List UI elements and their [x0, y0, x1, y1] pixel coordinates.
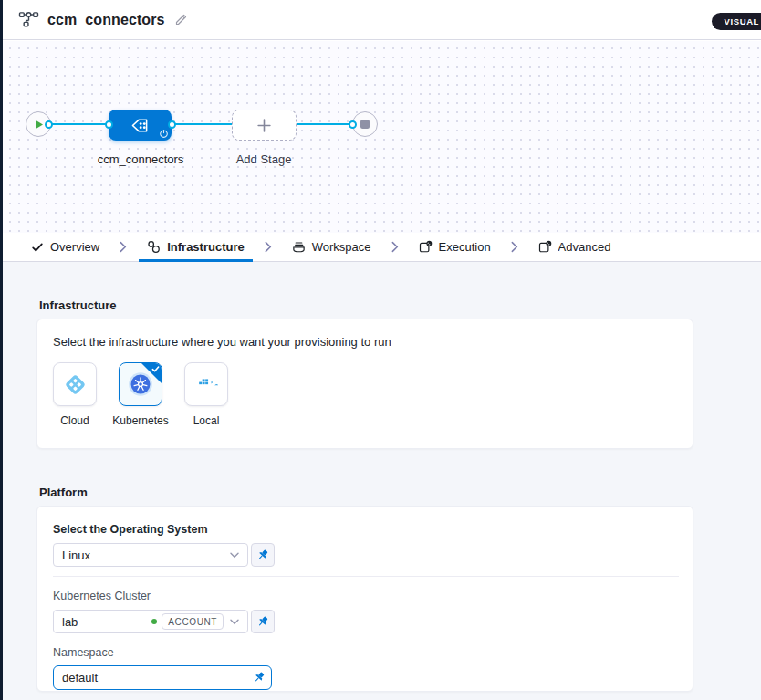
- tab-label: Workspace: [312, 240, 371, 254]
- advanced-icon: [538, 240, 552, 254]
- docker-icon: [194, 372, 219, 397]
- tab-workspace[interactable]: Workspace: [284, 233, 380, 261]
- stage-node-ccm-connectors[interactable]: [109, 110, 172, 141]
- infra-option-kubernetes: Kubernetes: [119, 362, 162, 427]
- tab-label: Infrastructure: [167, 240, 245, 254]
- pipeline-edge: [47, 123, 109, 125]
- connectivity-status-dot: [151, 619, 157, 624]
- infra-option-local: Local: [184, 362, 228, 427]
- tile-label: Local: [193, 414, 220, 427]
- chevron-right-icon: [391, 241, 399, 253]
- infrastructure-card: Select the infrastructure where you want…: [36, 319, 693, 449]
- os-field-row: Linux: [53, 543, 677, 567]
- chevron-right-icon: [511, 241, 518, 253]
- namespace-field-label: Namespace: [53, 646, 677, 659]
- os-select-value: Linux: [62, 549, 224, 562]
- os-field-label: Select the Operating System: [53, 523, 677, 536]
- divider: [53, 576, 679, 577]
- tile-label: Cloud: [60, 414, 89, 427]
- os-select[interactable]: Linux: [53, 543, 248, 567]
- platform-section-heading: Platform: [39, 486, 761, 499]
- custom-stage-icon: [130, 117, 151, 134]
- cluster-runtime-input-pin-button[interactable]: [251, 610, 275, 633]
- connector-port: [105, 120, 113, 129]
- add-stage-button[interactable]: [232, 110, 297, 141]
- stage-conditional-execution-icon: [160, 130, 168, 138]
- visual-toggle-label: VISUAL: [725, 16, 759, 26]
- chevron-down-icon: [230, 552, 239, 559]
- os-runtime-input-pin-button[interactable]: [251, 543, 275, 567]
- check-icon: [31, 241, 44, 254]
- cluster-select-value: lab: [62, 615, 151, 629]
- infrastructure-description: Select the infrastructure where you want…: [53, 335, 677, 349]
- infra-option-cloud: Cloud: [53, 362, 97, 427]
- pin-icon: [256, 549, 269, 561]
- tab-infrastructure[interactable]: Infrastructure: [139, 233, 253, 261]
- pin-icon: [253, 671, 266, 684]
- chevron-down-icon: [230, 619, 239, 625]
- infrastructure-tab-panel: Infrastructure Select the infrastructure…: [3, 262, 761, 700]
- cluster-field-label: Kubernetes Cluster: [53, 590, 677, 602]
- cluster-field-row: lab ACCOUNT: [53, 610, 677, 633]
- local-tile[interactable]: [184, 362, 228, 406]
- chevron-right-icon: [265, 241, 272, 253]
- connector-port: [349, 120, 357, 129]
- visual-yaml-toggle[interactable]: VISUAL: [712, 13, 761, 30]
- namespace-input[interactable]: [53, 665, 272, 690]
- stage-name-label: ccm_connectors: [90, 152, 191, 166]
- workspace-icon: [292, 240, 306, 254]
- tab-advanced[interactable]: Advanced: [530, 233, 620, 261]
- pipeline-header: ccm_connectors VISUAL: [3, 0, 761, 40]
- cloud-tile[interactable]: [53, 362, 97, 406]
- add-stage-label: Add Stage: [227, 152, 300, 166]
- platform-card: Select the Operating System Linux: [36, 506, 693, 692]
- stage-config-tabbar: Overview Infrastructure Workspace: [3, 233, 761, 262]
- plus-icon: [256, 118, 272, 133]
- tab-execution[interactable]: Execution: [411, 233, 499, 261]
- tile-label: Kubernetes: [112, 414, 168, 427]
- pin-icon: [256, 615, 269, 628]
- connector-port: [168, 120, 176, 129]
- connector-port: [45, 120, 53, 129]
- pipeline-studio: ccm_connectors VISUAL: [0, 0, 761, 700]
- pipeline-title: ccm_connectors: [47, 12, 165, 28]
- cluster-select[interactable]: lab ACCOUNT: [53, 610, 248, 633]
- execution-icon: [419, 240, 433, 254]
- chevron-right-icon: [120, 241, 127, 253]
- pipeline-edge: [295, 123, 352, 125]
- infrastructure-section-heading: Infrastructure: [39, 298, 761, 312]
- pipeline-edge: [170, 123, 234, 125]
- tab-label: Advanced: [558, 240, 611, 254]
- collapsed-sidebar-edge: [0, 0, 3, 700]
- infrastructure-icon: [147, 240, 161, 254]
- pipeline-icon: [18, 11, 39, 28]
- selected-check-icon: [151, 365, 160, 373]
- namespace-field: [53, 665, 272, 690]
- tab-label: Overview: [50, 240, 99, 254]
- cloud-icon: [63, 372, 88, 397]
- kubernetes-tile[interactable]: [119, 362, 162, 406]
- infrastructure-options: Cloud: [53, 362, 677, 427]
- edit-pipeline-name-icon[interactable]: [174, 13, 188, 26]
- namespace-runtime-input-pin-button[interactable]: [253, 671, 266, 684]
- tab-label: Execution: [439, 240, 491, 254]
- tab-overview[interactable]: Overview: [23, 233, 108, 261]
- play-icon: [33, 119, 44, 131]
- pipeline-canvas[interactable]: ccm_connectors Add Stage: [3, 41, 761, 233]
- scope-badge: ACCOUNT: [162, 613, 224, 630]
- stop-icon: [360, 120, 370, 129]
